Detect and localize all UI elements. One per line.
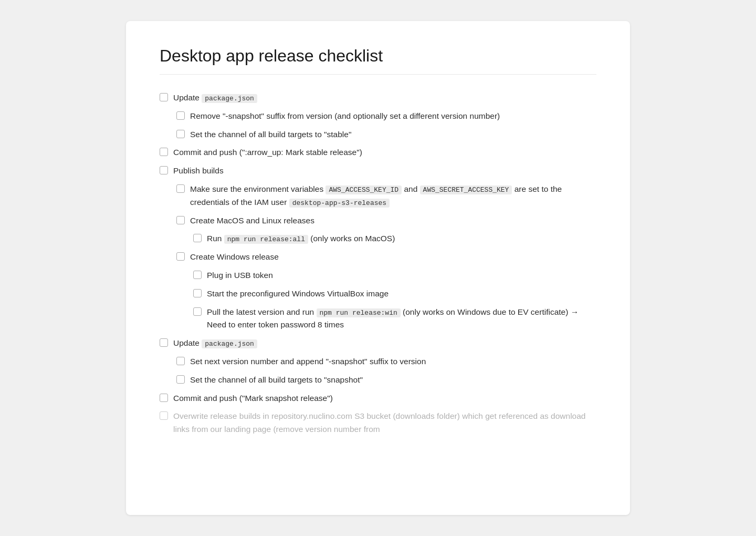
item-text: Create Windows release bbox=[190, 251, 279, 264]
page-container: Desktop app release checklist Update pac… bbox=[126, 21, 630, 515]
checkbox[interactable] bbox=[193, 234, 202, 242]
checkbox[interactable] bbox=[193, 289, 202, 297]
inline-code: desktop-app-s3-releases bbox=[289, 199, 390, 208]
list-item: Set the channel of all build targets to … bbox=[160, 128, 596, 141]
list-item: Publish builds bbox=[160, 164, 596, 178]
inline-code: AWS_SECRET_ACCESS_KEY bbox=[420, 185, 512, 194]
item-text: Remove "-snapshot" suffix from version (… bbox=[190, 110, 500, 123]
list-item: Start the preconfigured Windows VirtualB… bbox=[160, 287, 596, 301]
checkbox[interactable] bbox=[160, 394, 168, 402]
item-text: Run npm run release:all (only works on M… bbox=[207, 232, 395, 245]
item-text: Pull the latest version and run npm run … bbox=[207, 306, 596, 332]
item-text: Overwrite release builds in repository.n… bbox=[173, 410, 596, 436]
page-title: Desktop app release checklist bbox=[160, 46, 596, 75]
checkbox[interactable] bbox=[160, 148, 168, 156]
list-item: Plug in USB token bbox=[160, 269, 596, 282]
list-item: Set next version number and append "-sna… bbox=[160, 355, 596, 368]
item-text: Set the channel of all build targets to … bbox=[190, 128, 351, 141]
item-text: Update package.json bbox=[173, 337, 257, 350]
checkbox[interactable] bbox=[160, 93, 168, 101]
item-text: Start the preconfigured Windows VirtualB… bbox=[207, 287, 388, 301]
list-item: Make sure the environment variables AWS_… bbox=[160, 183, 596, 209]
item-text: Create MacOS and Linux releases bbox=[190, 214, 314, 228]
list-item: Run npm run release:all (only works on M… bbox=[160, 232, 596, 245]
item-text: Set the channel of all build targets to … bbox=[190, 374, 363, 387]
item-text: Publish builds bbox=[173, 164, 224, 178]
list-item: Pull the latest version and run npm run … bbox=[160, 306, 596, 332]
checkbox[interactable] bbox=[176, 130, 185, 138]
inline-code: npm run release:win bbox=[317, 308, 401, 317]
list-item: Remove "-snapshot" suffix from version (… bbox=[160, 110, 596, 123]
inline-code: package.json bbox=[202, 94, 257, 103]
list-item: Commit and push (":arrow_up: Mark stable… bbox=[160, 146, 596, 159]
list-item: Create Windows release bbox=[160, 251, 596, 264]
checkbox[interactable] bbox=[176, 252, 185, 261]
item-text: Commit and push ("Mark snapshot release"… bbox=[173, 392, 333, 405]
checkbox[interactable] bbox=[176, 216, 185, 224]
checkbox[interactable] bbox=[193, 307, 202, 316]
list-item: Update package.json bbox=[160, 337, 596, 350]
checkbox[interactable] bbox=[176, 375, 185, 384]
item-text: Plug in USB token bbox=[207, 269, 273, 282]
inline-code: AWS_ACCESS_KEY_ID bbox=[326, 185, 402, 194]
checkbox[interactable] bbox=[176, 184, 185, 193]
inline-code: npm run release:all bbox=[224, 235, 308, 244]
list-item: Update package.json bbox=[160, 91, 596, 105]
checkbox[interactable] bbox=[176, 111, 185, 120]
checkbox[interactable] bbox=[193, 271, 202, 279]
list-item: Commit and push ("Mark snapshot release"… bbox=[160, 392, 596, 405]
checkbox[interactable] bbox=[176, 357, 185, 365]
list-item: Overwrite release builds in repository.n… bbox=[160, 410, 596, 436]
item-text: Set next version number and append "-sna… bbox=[190, 355, 426, 368]
list-item: Create MacOS and Linux releases bbox=[160, 214, 596, 228]
inline-code: package.json bbox=[202, 339, 257, 348]
item-text: Update package.json bbox=[173, 91, 257, 105]
list-item: Set the channel of all build targets to … bbox=[160, 374, 596, 387]
item-text: Make sure the environment variables AWS_… bbox=[190, 183, 596, 209]
item-text: Commit and push (":arrow_up: Mark stable… bbox=[173, 146, 362, 159]
checkbox[interactable] bbox=[160, 411, 168, 420]
checkbox[interactable] bbox=[160, 338, 168, 347]
checkbox[interactable] bbox=[160, 166, 168, 174]
checklist: Update package.jsonRemove "-snapshot" su… bbox=[160, 91, 596, 436]
